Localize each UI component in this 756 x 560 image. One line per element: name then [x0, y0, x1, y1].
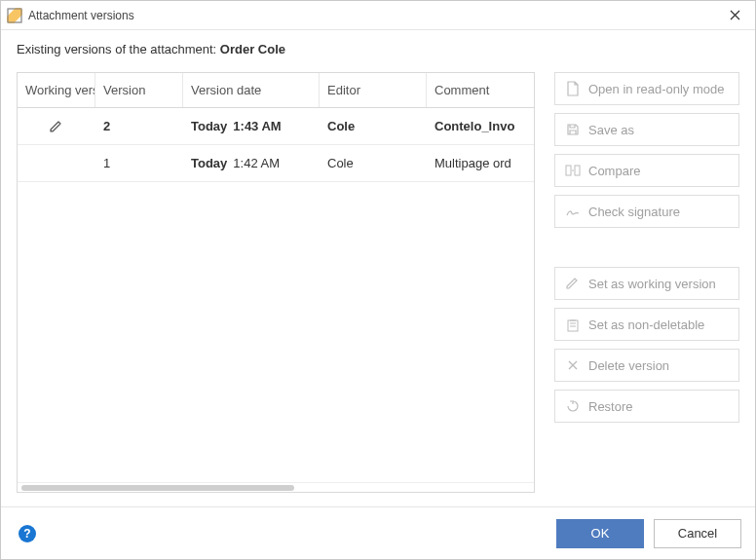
open-readonly-button[interactable]: Open in read-only mode — [554, 72, 739, 105]
cell-working-version — [18, 119, 95, 134]
attachment-name: Order Cole — [220, 42, 285, 56]
cell-date-time: 1:43 AM — [233, 119, 281, 133]
ok-button[interactable]: OK — [556, 519, 644, 548]
cell-date: Today 1:43 AM — [183, 119, 320, 133]
description: Existing versions of the attachment: Ord… — [17, 42, 739, 56]
pen-icon — [565, 276, 581, 291]
window-title: Attachment versions — [28, 9, 720, 22]
button-label: Save as — [588, 123, 634, 137]
content-area: Existing versions of the attachment: Ord… — [1, 30, 755, 506]
cell-version: 2 — [95, 119, 183, 133]
dialog-footer: ? OK Cancel — [1, 506, 755, 559]
table-row[interactable]: 1 Today 1:42 AM Cole Multipage ord — [18, 145, 534, 182]
restore-icon — [565, 398, 581, 414]
cell-comment: Multipage ord — [427, 156, 534, 170]
button-label: Set as working version — [588, 277, 716, 291]
cancel-button[interactable]: Cancel — [654, 519, 741, 548]
description-prefix: Existing versions of the attachment: — [17, 42, 220, 56]
help-button[interactable]: ? — [19, 525, 36, 542]
button-label: Open in read-only mode — [588, 82, 724, 96]
cell-date-prefix: Today — [191, 156, 227, 170]
set-non-deletable-button[interactable]: Set as non-deletable — [554, 308, 739, 341]
col-header-editor[interactable]: Editor — [320, 73, 427, 107]
table-header: Working version Version Version date Edi… — [18, 73, 534, 108]
table-row[interactable]: 2 Today 1:43 AM Cole Contelo_Invo — [18, 108, 534, 145]
signature-icon — [565, 204, 581, 219]
body-row: Working version Version Version date Edi… — [17, 72, 739, 493]
scrollbar-thumb[interactable] — [21, 485, 294, 491]
action-separator — [554, 236, 739, 259]
cell-date-time: 1:42 AM — [233, 156, 280, 170]
col-header-version-date[interactable]: Version date — [183, 73, 320, 107]
dialog-window: Attachment versions Existing versions of… — [0, 0, 756, 560]
button-label: Restore — [588, 399, 633, 414]
titlebar: Attachment versions — [1, 1, 755, 30]
button-label: Check signature — [588, 205, 680, 219]
cell-comment: Contelo_Invo — [427, 119, 534, 133]
table-body: 2 Today 1:43 AM Cole Contelo_Invo 1 — [18, 108, 534, 482]
set-working-version-button[interactable]: Set as working version — [554, 267, 739, 300]
svg-rect-2 — [566, 166, 571, 175]
close-button[interactable] — [720, 2, 749, 29]
app-icon — [7, 8, 22, 23]
cell-version: 1 — [95, 156, 183, 170]
action-buttons: Open in read-only mode Save as Compare — [554, 72, 739, 493]
save-icon — [565, 122, 581, 137]
restore-button[interactable]: Restore — [554, 390, 739, 423]
delete-version-button[interactable]: Delete version — [554, 349, 739, 382]
check-signature-button[interactable]: Check signature — [554, 195, 739, 228]
cell-editor: Cole — [320, 156, 427, 170]
col-header-comment[interactable]: Comment — [427, 73, 534, 107]
button-label: Delete version — [588, 358, 669, 373]
delete-icon — [565, 357, 581, 373]
button-label: Compare — [588, 164, 640, 178]
versions-table: Working version Version Version date Edi… — [17, 72, 535, 493]
cell-editor: Cole — [320, 119, 427, 133]
col-header-version[interactable]: Version — [95, 73, 183, 107]
compare-button[interactable]: Compare — [554, 154, 739, 187]
save-as-button[interactable]: Save as — [554, 113, 739, 146]
button-label: Set as non-deletable — [588, 317, 704, 332]
lock-icon — [565, 317, 581, 332]
horizontal-scrollbar[interactable] — [18, 482, 534, 492]
pen-icon — [49, 119, 64, 134]
col-header-working-version[interactable]: Working version — [18, 73, 95, 107]
compare-icon — [565, 163, 581, 178]
document-icon — [565, 81, 581, 96]
cell-date-prefix: Today — [191, 119, 227, 133]
svg-rect-3 — [575, 166, 580, 175]
cell-date: Today 1:42 AM — [183, 156, 320, 170]
